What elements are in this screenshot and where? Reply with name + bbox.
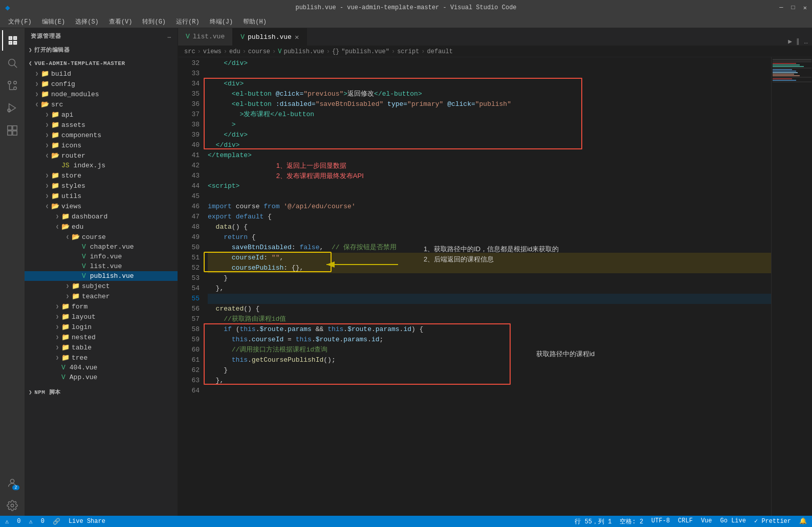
row-col[interactable]: 行 55，列 1: [575, 517, 611, 526]
tab-close-button[interactable]: ✕: [295, 33, 299, 41]
tree-item-styles[interactable]: ❯ 📁 styles: [25, 181, 178, 191]
tree-item-course[interactable]: ❮ 📂 course: [25, 232, 178, 242]
activity-search[interactable]: [2, 53, 23, 73]
folder-icon: 📂: [61, 223, 70, 231]
tree-item-edu[interactable]: ❮ 📂 edu: [25, 222, 178, 232]
tree-item-dashboard[interactable]: ❯ 📁 dashboard: [25, 211, 178, 222]
spaces[interactable]: 空格: 2: [620, 517, 643, 526]
chevron-down-icon: ❮: [29, 60, 32, 67]
tree-item-info-vue[interactable]: V info.vue: [25, 252, 178, 261]
go-live[interactable]: Go Live: [720, 517, 746, 526]
tree-item-404-vue[interactable]: V 404.vue: [25, 363, 178, 372]
sidebar-header-icons: …: [167, 33, 171, 39]
prettier[interactable]: ✓ Prettier: [754, 517, 791, 526]
title-bar: ◆ publish.vue - vue-admin-template-maste…: [0, 0, 812, 15]
minimize-button[interactable]: ─: [779, 4, 783, 11]
accounts-badge: 2: [12, 485, 19, 490]
vue-file-icon: V: [82, 262, 86, 270]
breadcrumb-default[interactable]: default: [427, 48, 453, 55]
menu-terminal[interactable]: 终端(J): [206, 16, 237, 27]
vscode-icon: ◆: [5, 3, 10, 13]
arrow-icon: ❯: [53, 355, 61, 361]
run-icon[interactable]: ▶: [788, 37, 792, 46]
tree-item-config[interactable]: ❯ 📁 config: [25, 79, 178, 89]
language[interactable]: Vue: [701, 517, 712, 526]
tree-item-store[interactable]: ❯ 📁 store: [25, 170, 178, 181]
live-share-label[interactable]: Live Share: [69, 518, 105, 525]
tree-item-api[interactable]: ❯ 📁 api: [25, 109, 178, 120]
live-share-icon[interactable]: 🔗: [53, 518, 60, 525]
tree-item-src[interactable]: ❮ 📂 src: [25, 99, 178, 109]
tree-item-views[interactable]: ❮ 📂 views: [25, 201, 178, 211]
tree-item-build[interactable]: ❯ 📁 build: [25, 69, 178, 79]
activity-settings[interactable]: [2, 495, 23, 516]
tree-item-tree[interactable]: ❯ 📁 tree: [25, 353, 178, 363]
menu-select[interactable]: 选择(S): [71, 16, 103, 27]
activity-accounts[interactable]: 2: [2, 473, 23, 493]
tree-item-node-modules[interactable]: ❯ 📁 node_modules: [25, 89, 178, 99]
tree-item-teacher[interactable]: ❯ 📁 teacher: [25, 291, 178, 301]
notifications-icon[interactable]: 🔔: [799, 517, 807, 526]
code-editor[interactable]: 32 33 34 35 36 37 38 39 40 41 42 43 44 4…: [178, 57, 812, 516]
tab-list-vue[interactable]: V list.vue: [178, 28, 233, 46]
project-name: VUE-ADMIN-TEMPLATE-MASTER: [34, 60, 125, 67]
folder-icon: 📁: [72, 292, 80, 300]
svg-rect-16: [13, 131, 17, 135]
code-line-63: },: [208, 376, 771, 386]
more-actions-icon[interactable]: …: [804, 38, 808, 46]
npm-scripts-header[interactable]: ❯ NPM 脚本: [25, 386, 178, 398]
tree-item-chapter-vue[interactable]: V chapter.vue: [25, 242, 178, 252]
folder-name: subject: [82, 282, 110, 290]
breadcrumb-views[interactable]: views: [203, 48, 222, 55]
sidebar-content[interactable]: ❯ 打开的编辑器 ❮ VUE-ADMIN-TEMPLATE-MASTER ❯ 📁…: [25, 44, 178, 516]
menu-bar: 文件(F) 编辑(E) 选择(S) 查看(V) 转到(G) 运行(R) 终端(J…: [0, 15, 812, 28]
tab-publish-vue[interactable]: V publish.vue ✕: [233, 28, 307, 46]
tree-item-assets[interactable]: ❯ 📁 assets: [25, 120, 178, 130]
code-content[interactable]: </div> <div> <el-button @click="previous…: [204, 57, 771, 516]
line-ending[interactable]: CRLF: [678, 517, 693, 526]
breadcrumb-publish-vue-2[interactable]: "publish.vue": [341, 48, 389, 55]
code-line-38: >: [208, 120, 771, 130]
tree-item-icons[interactable]: ❯ 📁 icons: [25, 140, 178, 150]
menu-goto[interactable]: 转到(G): [138, 16, 170, 27]
tree-item-publish-vue[interactable]: V publish.vue: [25, 271, 178, 281]
project-header[interactable]: ❮ VUE-ADMIN-TEMPLATE-MASTER: [25, 58, 178, 69]
activity-run[interactable]: [2, 98, 23, 118]
tree-item-layout[interactable]: ❯ 📁 layout: [25, 312, 178, 322]
split-editor-icon[interactable]: ∥: [796, 37, 800, 46]
tree-item-components[interactable]: ❯ 📁 components: [25, 130, 178, 140]
tree-item-utils[interactable]: ❯ 📁 utils: [25, 191, 178, 201]
arrow-icon: ❯: [53, 303, 61, 310]
menu-help[interactable]: 帮助(H): [239, 16, 271, 27]
breadcrumb-src[interactable]: src: [184, 48, 195, 55]
vue-file-icon: V: [61, 364, 65, 371]
tree-item-form[interactable]: ❯ 📁 form: [25, 301, 178, 312]
tree-item-app-vue[interactable]: V App.vue: [25, 372, 178, 382]
encoding[interactable]: UTF-8: [651, 517, 670, 526]
tree-item-router[interactable]: ❮ 📂 router: [25, 150, 178, 161]
menu-view[interactable]: 查看(V): [105, 16, 137, 27]
menu-file[interactable]: 文件(F): [4, 16, 36, 27]
breadcrumb-course[interactable]: course: [248, 48, 270, 55]
tree-item-subject[interactable]: ❯ 📁 subject: [25, 281, 178, 291]
activity-extensions[interactable]: [2, 120, 23, 141]
menu-run[interactable]: 运行(R): [172, 16, 204, 27]
tree-item-table[interactable]: ❯ 📁 table: [25, 342, 178, 353]
tree-item-nested[interactable]: ❯ 📁 nested: [25, 332, 178, 342]
activity-explorer[interactable]: [2, 30, 23, 51]
folder-name: src: [51, 101, 63, 108]
close-button[interactable]: ✕: [803, 4, 807, 12]
tree-item-login[interactable]: ❯ 📁 login: [25, 322, 178, 332]
open-editors-header[interactable]: ❯ 打开的编辑器: [25, 44, 178, 56]
breadcrumb-publish-vue[interactable]: publish.vue: [283, 48, 324, 55]
more-options-icon[interactable]: …: [167, 33, 171, 39]
code-line-42: 1、返回上一步回显数据: [208, 161, 771, 171]
folder-icon: 📂: [51, 202, 59, 210]
maximize-button[interactable]: □: [792, 4, 795, 11]
activity-source-control[interactable]: [2, 75, 23, 96]
breadcrumb-edu[interactable]: edu: [229, 48, 240, 55]
tree-item-list-vue[interactable]: V list.vue: [25, 261, 178, 271]
tree-item-index-js[interactable]: JS index.js: [25, 161, 178, 170]
breadcrumb-script[interactable]: script: [397, 48, 419, 55]
menu-edit[interactable]: 编辑(E): [38, 16, 70, 27]
